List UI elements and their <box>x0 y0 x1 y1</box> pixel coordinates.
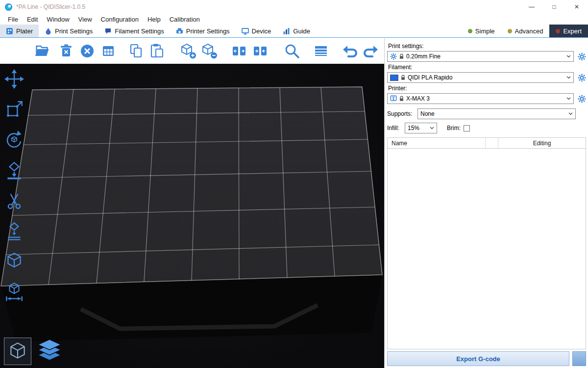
menu-window[interactable]: Window <box>42 16 74 23</box>
filament-color-swatch <box>390 75 398 81</box>
filament-gear-button[interactable] <box>577 73 586 82</box>
search-button[interactable] <box>283 42 301 60</box>
tab-guide-label: Guide <box>293 27 310 35</box>
arrange-button[interactable] <box>99 42 117 60</box>
tab-printer-settings[interactable]: Printer Settings <box>170 25 236 37</box>
view-switcher <box>4 338 63 365</box>
split-to-objects-icon <box>231 43 247 59</box>
menu-help[interactable]: Help <box>143 16 165 23</box>
gear-icon <box>578 95 586 103</box>
chevron-down-icon <box>568 112 573 115</box>
undo-button[interactable] <box>341 42 359 60</box>
rotate-tool-button[interactable] <box>3 129 25 151</box>
tab-plater[interactable]: Plater <box>0 25 39 37</box>
mode-expert[interactable]: Expert <box>549 25 588 37</box>
remove-instance-icon <box>201 43 218 59</box>
tab-printer-settings-label: Printer Settings <box>186 27 230 35</box>
gear-icon <box>578 74 586 82</box>
maximize-button[interactable]: □ <box>543 0 565 14</box>
cut-tool-button[interactable] <box>3 189 25 212</box>
lock-icon <box>401 75 405 80</box>
folder-open-icon <box>34 43 50 59</box>
advanced-dot-icon <box>508 29 512 33</box>
tab-filament-settings[interactable]: Filament Settings <box>98 25 170 37</box>
paste-icon <box>149 43 166 59</box>
menu-bar: File Edit Window View Configuration Help… <box>0 14 588 25</box>
redo-button[interactable] <box>362 42 380 60</box>
tab-plater-label: Plater <box>16 27 33 35</box>
window-title: *PA Line - QIDISlicer-1.0.5 <box>16 3 85 10</box>
tab-print-settings[interactable]: Print Settings <box>39 25 98 37</box>
simple-dot-icon <box>468 29 472 33</box>
delete-all-icon <box>79 43 96 59</box>
copy-button[interactable] <box>127 42 145 60</box>
menu-configuration[interactable]: Configuration <box>97 16 143 23</box>
guide-icon <box>283 27 290 35</box>
supports-combo[interactable]: None <box>417 108 576 119</box>
filament-combo[interactable]: QIDI PLA Rapido <box>387 72 574 83</box>
place-on-face-icon <box>4 160 24 181</box>
print-settings-combo[interactable]: 0.20mm Fine <box>387 51 574 62</box>
editor-view-button[interactable] <box>4 338 31 365</box>
printer-icon <box>390 95 397 102</box>
tab-device[interactable]: Device <box>236 25 277 37</box>
gear-icon <box>578 53 586 61</box>
variable-layer-height-button[interactable] <box>312 42 330 60</box>
mode-simple[interactable]: Simple <box>462 25 501 37</box>
brim-checkbox[interactable] <box>464 125 470 131</box>
object-list-body[interactable] <box>388 149 586 349</box>
tab-guide[interactable]: Guide <box>277 25 316 37</box>
printer-combo[interactable]: X-MAX 3 <box>387 93 574 104</box>
expert-dot-icon <box>556 29 560 33</box>
delete-all-button[interactable] <box>78 42 96 60</box>
plater-pane <box>0 38 384 368</box>
split-to-parts-icon <box>252 43 269 59</box>
open-button[interactable] <box>33 42 51 60</box>
menu-edit[interactable]: Edit <box>23 16 42 23</box>
lock-icon <box>399 53 404 59</box>
add-instance-button[interactable] <box>179 42 197 60</box>
delete-button[interactable] <box>57 42 75 60</box>
viewport-3d[interactable] <box>0 64 384 368</box>
printer-value: X-MAX 3 <box>406 95 430 102</box>
scale-tool-button[interactable] <box>3 98 25 121</box>
app-logo-icon <box>5 3 12 11</box>
device-icon <box>242 27 249 35</box>
menu-view[interactable]: View <box>74 16 97 23</box>
split-to-parts-button[interactable] <box>251 42 269 60</box>
3d-editor-view-icon <box>7 341 28 362</box>
close-button[interactable]: ✕ <box>565 0 588 14</box>
infill-combo[interactable]: 15% <box>405 123 437 133</box>
move-tool-button[interactable] <box>3 68 25 90</box>
arrange-icon <box>100 43 117 59</box>
lock-icon <box>399 96 404 102</box>
menu-calibration[interactable]: Calibration <box>165 16 204 23</box>
build-plate[interactable] <box>1 87 382 286</box>
tab-bar: Plater Print Settings Filament Settings … <box>0 25 588 38</box>
measure-tool-button[interactable] <box>3 281 25 303</box>
brim-label: Brim: <box>447 125 461 131</box>
paste-button[interactable] <box>148 42 166 60</box>
export-options-button[interactable] <box>572 351 586 366</box>
mode-advanced-label: Advanced <box>515 27 543 35</box>
menu-file[interactable]: File <box>3 16 23 23</box>
tab-print-settings-label: Print Settings <box>55 27 93 35</box>
paint-supports-tool-button[interactable] <box>3 220 25 242</box>
scene-canvas[interactable] <box>0 64 384 368</box>
printer-gear-button[interactable] <box>577 94 586 103</box>
variable-layer-height-icon <box>313 43 329 59</box>
export-gcode-button[interactable]: Export G-code <box>387 351 569 366</box>
filament-label: Filament: <box>388 64 586 71</box>
minimize-button[interactable]: — <box>520 0 543 14</box>
split-to-objects-button[interactable] <box>230 42 248 60</box>
mode-expert-label: Expert <box>563 27 582 35</box>
search-icon <box>284 43 300 59</box>
print-settings-gear-button[interactable] <box>577 52 586 61</box>
place-on-face-tool-button[interactable] <box>3 159 25 182</box>
preview-view-button[interactable] <box>36 338 63 365</box>
paint-seam-tool-button[interactable] <box>3 250 25 273</box>
remove-instance-button[interactable] <box>200 42 218 60</box>
print-settings-icon <box>45 27 52 35</box>
paint-supports-icon <box>4 221 24 241</box>
mode-advanced[interactable]: Advanced <box>501 25 550 37</box>
